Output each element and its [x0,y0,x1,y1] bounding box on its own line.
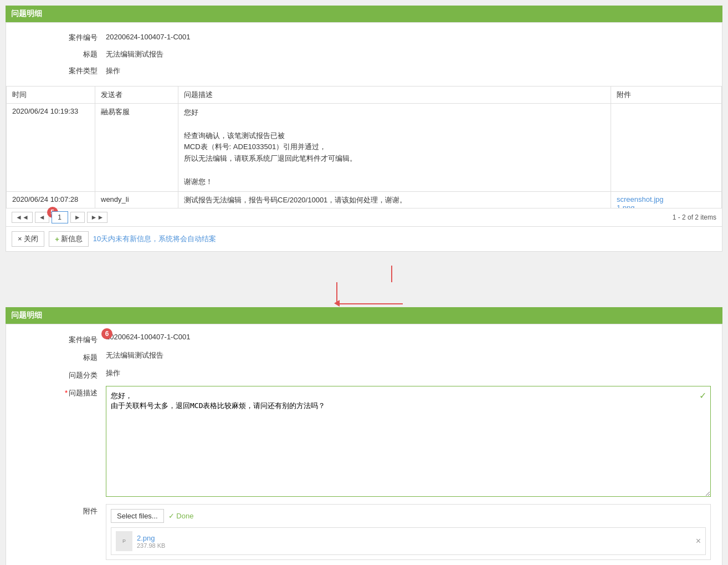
case-number-label: 案件编号 [17,33,106,43]
file-name: 2.png [137,534,165,542]
col-desc: 问题描述 [178,86,611,104]
s2-case-number-value: 6 20200624-100407-1-C001 [106,333,711,341]
s2-attachment-label: 附件 [17,504,106,516]
s2-desc-label: 问题描述 [17,386,106,398]
msg-desc-2: 测试报告无法编辑，报告号码CE/2020/10001，请该如何处理，谢谢。 [178,191,611,208]
msg-attach-2: screenshot.jpg 1.png [611,191,722,208]
check-icon: ✓ [699,390,706,401]
message-table: 时间 发送者 问题描述 附件 2020/06/24 10:19:33 融易客服 … [6,86,722,208]
page-last-btn[interactable]: ►► [87,212,108,223]
section1-header: 问题明细 [6,6,722,22]
select-files-button[interactable]: Select files... [111,509,164,523]
plus-icon: + [55,235,59,243]
case-number-value: 20200624-100407-1-C001 [106,33,191,43]
case-type-label: 案件类型 [17,66,106,76]
pagination-row: ◄◄ ◄ 5 1 ► ►► 1 - 2 of 2 items [6,208,722,226]
description-textarea[interactable]: 您好， 由于关联料号太多，退回MCD表格比较麻烦，请问还有别的方法吗？ [106,386,711,497]
s2-category-value: 操作 [106,368,711,378]
arrow-indicator [6,263,722,307]
msg-desc-1: 您好 经查询确认，该笔测试报告已被 MCD表（料号: ADE1033501）引用… [178,104,611,192]
new-message-button[interactable]: + 新信息 [49,231,89,247]
done-text: ✓ Done [168,512,194,520]
title-value: 无法编辑测试报告 [106,49,163,59]
case-type-value: 操作 [106,66,120,76]
s2-category-label: 问题分类 [17,368,106,380]
file-item: P 2.png 237.98 KB × [111,527,706,555]
title-label: 标题 [17,49,106,59]
badge-6: 6 [101,328,112,339]
s2-title-label: 标题 [17,350,106,363]
attachment-link-1[interactable]: screenshot.jpg [617,195,716,203]
s2-attachment-area: Select files... ✓ Done P 2.png 237.98 KB [106,504,711,560]
s2-title-value: 无法编辑测试报告 [106,350,711,360]
msg-sender-2: wendy_li [95,191,178,208]
pagination-controls: ◄◄ ◄ 5 1 ► ►► [12,211,107,223]
file-size: 237.98 KB [137,542,165,549]
file-info: P 2.png 237.98 KB [116,531,165,551]
page-next-btn[interactable]: ► [70,212,85,223]
msg-time-1: 2020/06/24 10:19:33 [7,104,95,192]
col-sender: 发送者 [95,86,178,104]
close-button[interactable]: × 关闭 [12,231,44,247]
page-number: 1 [52,211,68,223]
attachment-link-2[interactable]: 1.png [617,203,716,208]
table-row: 2020/06/24 10:19:33 融易客服 您好 经查询确认，该笔测试报告… [7,104,722,192]
col-time: 时间 [7,86,95,104]
msg-sender-1: 融易客服 [95,104,178,192]
col-attachment: 附件 [611,86,722,104]
page-first-btn[interactable]: ◄◄ [12,212,33,223]
file-remove-button[interactable]: × [696,536,701,546]
msg-time-2: 2020/06/24 10:07:28 [7,191,95,208]
section2-header: 问题明细 [6,307,722,324]
file-type-icon: P [116,531,132,551]
new-message-label: 新信息 [61,234,83,244]
s2-case-number-label: 案件编号 [17,333,106,345]
msg-attach-1 [611,104,722,192]
s2-desc-value[interactable]: 您好， 由于关联料号太多，退回MCD表格比较麻烦，请问还有别的方法吗？ ✓ [106,386,711,498]
table-row: 2020/06/24 10:07:28 wendy_li 测试报告无法编辑，报告… [7,191,722,208]
action-bar: × 关闭 + 新信息 10天内未有新信息，系统将会自动结案 [6,226,722,251]
auto-close-text: 10天内未有新信息，系统将会自动结案 [93,234,216,244]
pagination-total: 1 - 2 of 2 items [673,213,716,221]
